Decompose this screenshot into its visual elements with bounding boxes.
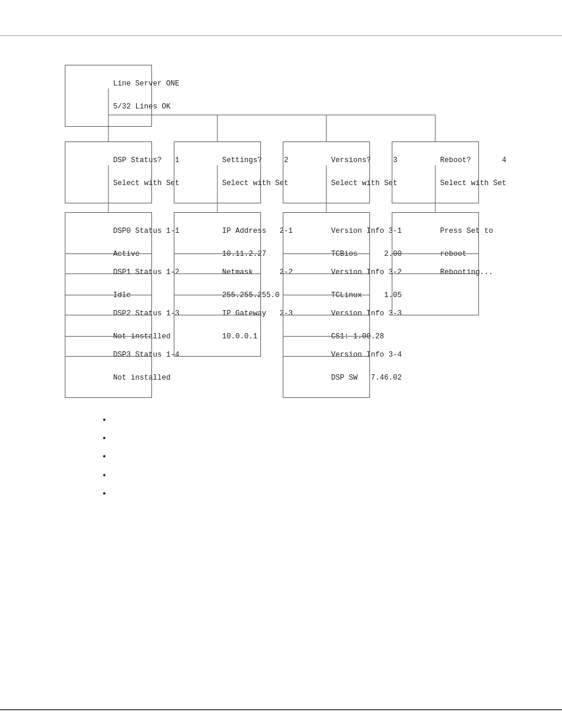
bullet-list [100, 413, 527, 501]
l2-0-3: DSP3 Status 1-4 Not installed [65, 336, 152, 398]
l2-3-1: Rebooting... [392, 253, 479, 315]
l1-node-2: Versions? 3 Select with Set [283, 141, 370, 203]
bullet-item-2 [112, 431, 527, 446]
bullet-section [65, 413, 527, 501]
diagram-container: Line Server ONE 5/32 Lines OK DSP Status… [65, 65, 527, 383]
l1-box-3: Reboot? 4 Select with Set [392, 141, 479, 203]
bullet-item-4 [112, 468, 527, 483]
l1-node-0: DSP Status? 1 Select with Set [65, 141, 152, 203]
bottom-border [0, 709, 562, 710]
top-border [0, 35, 562, 36]
diagram-area: Line Server ONE 5/32 Lines OK DSP Status… [65, 65, 524, 383]
l2-1-2: IP Gateway 2-3 10.0.0.1 [174, 295, 261, 357]
root-box: Line Server ONE 5/32 Lines OK [65, 65, 152, 127]
l2-box-1-2: IP Gateway 2-3 10.0.0.1 [174, 295, 261, 357]
l1-node-1: Settings? 2 Select with Set [174, 141, 261, 203]
root-node: Line Server ONE 5/32 Lines OK [65, 65, 152, 127]
main-content: Line Server ONE 5/32 Lines OK DSP Status… [0, 0, 562, 552]
bullet-item-1 [112, 413, 527, 427]
l1-box-0: DSP Status? 1 Select with Set [65, 141, 152, 203]
l2-2-3: Version Info 3-4 DSP SW 7.46.02 [283, 336, 370, 398]
bullet-item-5 [112, 486, 527, 501]
bullet-item-3 [112, 449, 527, 464]
l2-box-2-3: Version Info 3-4 DSP SW 7.46.02 [283, 336, 370, 398]
l2-box-3-1: Rebooting... [392, 253, 479, 315]
l1-node-3: Reboot? 4 Select with Set [392, 141, 479, 203]
l2-box-0-3: DSP3 Status 1-4 Not installed [65, 336, 152, 398]
l1-box-2: Versions? 3 Select with Set [283, 141, 370, 203]
l1-box-1: Settings? 2 Select with Set [174, 141, 261, 203]
